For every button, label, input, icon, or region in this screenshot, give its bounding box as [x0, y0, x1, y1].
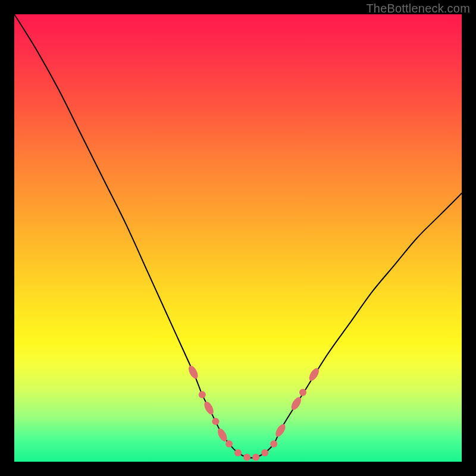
chart-stage: TheBottleneck.com — [0, 0, 476, 476]
curve-svg — [14, 14, 462, 462]
attribution-text: TheBottleneck.com — [366, 2, 470, 15]
curve-marker — [226, 440, 233, 447]
curve-marker — [202, 400, 215, 416]
bottleneck-curve — [14, 14, 462, 458]
curve-marker — [289, 396, 303, 412]
curve-marker — [199, 391, 206, 398]
curve-marker — [234, 449, 242, 456]
marker-layer — [187, 364, 321, 461]
curve-marker — [261, 449, 268, 456]
curve-marker — [299, 389, 306, 396]
curve-marker — [270, 440, 277, 447]
curve-marker — [252, 454, 259, 461]
plot-area — [14, 14, 462, 462]
curve-marker — [243, 454, 250, 461]
curve-marker — [212, 418, 219, 425]
curve-marker — [187, 364, 200, 380]
curve-marker — [274, 422, 287, 439]
